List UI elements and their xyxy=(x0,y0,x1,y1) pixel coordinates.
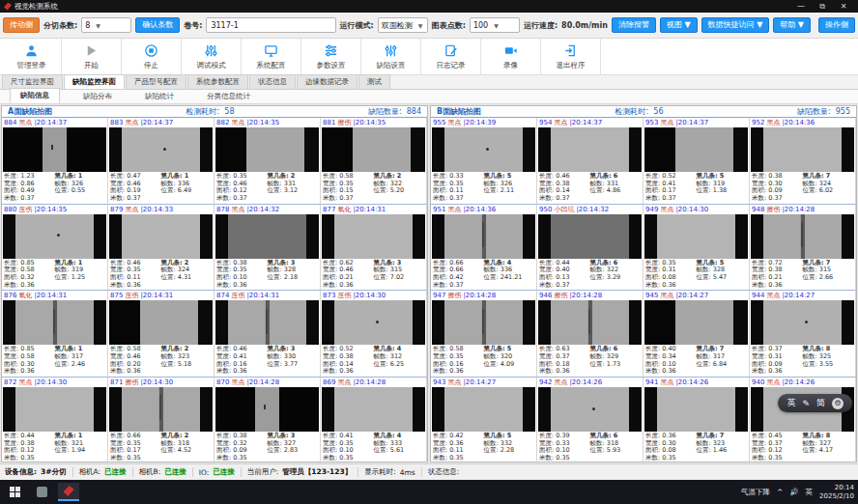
defect-image[interactable] xyxy=(538,300,642,345)
defect-cell-874[interactable]: 874压伤|20:14:31长度: 0.46宽度: 0.41面积: 0.16米数… xyxy=(214,291,321,378)
maximize-button[interactable]: ⧉ xyxy=(812,2,833,12)
gear-icon[interactable]: ⚙ xyxy=(832,398,844,409)
drive-side-button[interactable]: 传动侧 xyxy=(3,17,40,33)
main-tab-0[interactable]: 尺寸监控界面 xyxy=(2,74,63,89)
defect-image[interactable] xyxy=(3,300,106,345)
defect-image[interactable] xyxy=(215,387,319,432)
defect-image[interactable] xyxy=(538,387,642,432)
chart-points-select[interactable]: 100 ▼ xyxy=(470,17,520,33)
main-tab-2[interactable]: 产品型号配置 xyxy=(126,74,186,89)
pen-icon[interactable]: ✎ xyxy=(802,399,810,408)
defect-cell-873[interactable]: 873压伤|20:14:30长度: 0.52宽度: 0.38面积: 0.14米数… xyxy=(321,291,427,378)
help-menu-button[interactable]: 帮助 ▼ xyxy=(773,17,811,33)
toolbar-button-play[interactable]: 开始 xyxy=(62,39,122,74)
defect-cell-940[interactable]: 940黑点|20:14:26长度: 0.45宽度: 0.37面积: 0.12米数… xyxy=(750,378,856,463)
defect-cell-946[interactable]: 946擦伤|20:14:28长度: 0.63宽度: 0.37面积: 0.18米数… xyxy=(537,291,644,378)
defect-cell-952[interactable]: 952黑点|20:14:36长度: 0.38宽度: 0.30面积: 0.09米数… xyxy=(750,118,856,205)
defect-image[interactable] xyxy=(644,300,748,345)
clear-alarm-button[interactable]: 清除报警 xyxy=(612,17,656,33)
defect-cell-954[interactable]: 954黑点|20:14:37长度: 0.46宽度: 0.38面积: 0.14米数… xyxy=(537,118,644,205)
run-mode-select[interactable]: 双面检测 ▼ xyxy=(378,17,428,33)
defect-image[interactable] xyxy=(751,127,854,172)
slit-count-select[interactable]: 8 ▼ xyxy=(81,17,131,33)
defect-image[interactable] xyxy=(538,214,642,259)
sub-tab-2[interactable]: 缺陷统计 xyxy=(135,90,184,103)
defect-image[interactable] xyxy=(322,127,425,172)
defect-image[interactable] xyxy=(215,127,319,172)
defect-image[interactable] xyxy=(3,214,106,259)
defect-image[interactable] xyxy=(751,214,854,259)
defect-cell-948[interactable]: 948擦伤|20:14:28长度: 0.72宽度: 0.38面积: 0.21米数… xyxy=(750,205,856,292)
toolbar-button-user[interactable]: 管理登录 xyxy=(2,39,62,74)
close-button[interactable]: ✕ xyxy=(833,2,854,11)
ime-language-bar[interactable]: 英 ✎ 简 ⚙ xyxy=(778,394,852,412)
defect-cell-871[interactable]: 871擦伤|20:14:30长度: 0.66宽度: 0.35面积: 0.17米数… xyxy=(108,378,214,463)
defect-image[interactable] xyxy=(751,300,854,345)
main-tab-3[interactable]: 系统参数配置 xyxy=(187,74,248,89)
defect-image[interactable] xyxy=(644,127,748,172)
toolbar-button-params[interactable]: 参数设置 xyxy=(301,39,361,74)
defect-image[interactable] xyxy=(3,387,106,432)
weather-text[interactable]: 气温下降 xyxy=(741,488,770,497)
toolbar-button-system[interactable]: 系统配置 xyxy=(242,39,301,74)
defect-image[interactable] xyxy=(109,214,213,259)
defect-image[interactable] xyxy=(432,127,535,172)
defect-cell-941[interactable]: 941黑点|20:14:26长度: 0.36宽度: 0.30面积: 0.08米数… xyxy=(644,378,750,463)
ime-english-toggle[interactable]: 英 xyxy=(786,397,795,409)
defect-cell-876[interactable]: 876氧化|20:14:31长度: 0.85宽度: 0.58面积: 0.30米数… xyxy=(2,291,108,378)
defect-cell-949[interactable]: 949黑点|20:14:30长度: 0.35宽度: 0.31面积: 0.08米数… xyxy=(644,205,750,292)
defect-cell-882[interactable]: 882黑点|20:14:35长度: 0.35宽度: 0.46面积: 0.12米数… xyxy=(214,118,321,205)
toolbar-button-stop[interactable]: 停止 xyxy=(122,39,182,74)
defect-image[interactable] xyxy=(322,214,425,259)
defect-image[interactable] xyxy=(215,214,319,259)
confirm-count-button[interactable]: 确认条数 xyxy=(135,17,180,33)
defect-cell-943[interactable]: 943黑点|20:14:27长度: 0.42宽度: 0.36面积: 0.11米数… xyxy=(431,378,537,463)
defect-image[interactable] xyxy=(109,387,213,432)
defect-cell-955[interactable]: 955黑点|20:14:39长度: 0.33宽度: 0.35面积: 0.11米数… xyxy=(431,118,537,205)
sub-tab-3[interactable]: 分类信息统计 xyxy=(197,90,260,103)
toolbar-button-camera[interactable]: 录像 xyxy=(481,39,541,74)
defect-image[interactable] xyxy=(644,387,748,432)
defect-cell-945[interactable]: 945黑点|20:14:27长度: 0.40宽度: 0.34面积: 0.10米数… xyxy=(644,291,750,378)
defect-image[interactable] xyxy=(215,300,319,345)
main-tab-4[interactable]: 状态信息 xyxy=(249,74,296,89)
sub-tab-1[interactable]: 缺陷分布 xyxy=(73,90,122,103)
defect-cell-877[interactable]: 877氧化|20:14:31长度: 0.62宽度: 0.46面积: 0.21米数… xyxy=(321,205,427,292)
defect-cell-883[interactable]: 883黑点|20:14:37长度: 0.47宽度: 0.46面积: 0.19米数… xyxy=(108,118,214,205)
toolbar-button-log[interactable]: 日志记录 xyxy=(421,39,481,74)
sub-tab-0[interactable]: 缺陷信息 xyxy=(10,88,60,103)
defect-image[interactable] xyxy=(109,127,213,172)
defect-cell-953[interactable]: 953黑点|20:14:37长度: 0.52宽度: 0.41面积: 0.17米数… xyxy=(644,118,750,205)
defect-cell-875[interactable]: 875压伤|20:14:31长度: 0.58宽度: 0.46面积: 0.20米数… xyxy=(108,291,214,378)
volume-icon[interactable]: 🔊 xyxy=(789,488,798,496)
tray-language-indicator[interactable]: 英 xyxy=(806,488,814,497)
toolbar-button-defect-settings[interactable]: 缺陷设置 xyxy=(361,39,421,74)
operator-side-button[interactable]: 操作侧 xyxy=(818,17,855,33)
defect-cell-870[interactable]: 870黑点|20:14:28长度: 0.38宽度: 0.32面积: 0.09米数… xyxy=(214,378,321,463)
defect-cell-869[interactable]: 869黑点|20:14:28长度: 0.41宽度: 0.35面积: 0.10米数… xyxy=(321,378,427,463)
taskbar-app-file-explorer[interactable] xyxy=(31,483,52,501)
defect-image[interactable] xyxy=(538,127,642,172)
defect-cell-881[interactable]: 881擦伤|20:14:35长度: 0.58宽度: 0.35面积: 0.15米数… xyxy=(321,118,427,205)
defect-image[interactable] xyxy=(432,387,535,432)
main-tab-6[interactable]: 测试 xyxy=(358,74,390,89)
defect-image[interactable] xyxy=(322,387,425,432)
start-button[interactable] xyxy=(4,483,25,501)
main-tab-5[interactable]: 边缘数据记录 xyxy=(297,74,358,89)
toolbar-button-debug[interactable]: 调试模式 xyxy=(182,39,242,74)
defect-image[interactable] xyxy=(432,214,535,259)
defect-cell-947[interactable]: 947擦伤|20:14:28长度: 0.58宽度: 0.35面积: 0.16米数… xyxy=(431,291,537,378)
view-menu-button[interactable]: 视图 ▼ xyxy=(660,17,698,33)
defect-image[interactable] xyxy=(109,300,213,345)
data-quick-access-menu-button[interactable]: 数据快捷访问 ▼ xyxy=(701,17,770,33)
defect-image[interactable] xyxy=(3,127,106,172)
defect-image[interactable] xyxy=(432,300,535,345)
defect-cell-884[interactable]: 884黑点|20:14:37长度: 1.23宽度: 0.86面积: 0.49米数… xyxy=(2,118,108,205)
defect-cell-944[interactable]: 944黑点|20:14:27长度: 0.37宽度: 0.31面积: 0.09米数… xyxy=(750,291,856,378)
taskbar-app-inspection[interactable] xyxy=(58,483,79,501)
minimize-button[interactable]: — xyxy=(790,2,812,11)
taskbar-clock[interactable]: 20:14 2025/2/10 xyxy=(819,484,854,501)
defect-cell-878[interactable]: 878黑点|20:14:32长度: 0.38宽度: 0.35面积: 0.10米数… xyxy=(214,205,321,292)
defect-cell-872[interactable]: 872黑点|20:14:30长度: 0.44宽度: 0.38面积: 0.12米数… xyxy=(2,378,108,463)
defect-cell-879[interactable]: 879黑点|20:14:33长度: 0.46宽度: 0.35面积: 0.11米数… xyxy=(108,205,214,292)
